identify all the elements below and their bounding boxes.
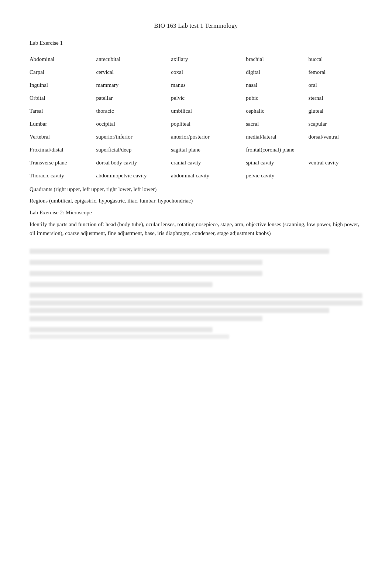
table-cell: Proximal/distal bbox=[30, 143, 96, 156]
table-cell: sternal bbox=[308, 92, 362, 105]
table-cell: spinal cavity bbox=[246, 156, 308, 169]
table-row: Vertebralsuperior/inferioranterior/poste… bbox=[30, 130, 362, 143]
table-cell: patellar bbox=[96, 92, 171, 105]
table-cell: Abdominal bbox=[30, 53, 96, 66]
table-row: Orbitalpatellarpelvicpubicsternal bbox=[30, 92, 362, 105]
table-cell: sacral bbox=[246, 118, 308, 130]
table-cell: mammary bbox=[96, 79, 171, 92]
table-row: Proximal/distalsuperficial/deepsagittal … bbox=[30, 143, 362, 156]
table-cell: oral bbox=[308, 79, 362, 92]
regions-note: Regions (umbilical, epigastric, hypogast… bbox=[30, 197, 362, 205]
lab2-label: Lab Exercise 2: Microscope bbox=[30, 208, 362, 217]
table-cell: sagittal plane bbox=[171, 143, 246, 156]
table-cell: ventral cavity bbox=[308, 156, 362, 169]
table-cell: Thoracic cavity bbox=[30, 169, 96, 182]
table-cell: axillary bbox=[171, 53, 246, 66]
table-row: Carpalcervicalcoxaldigitalfemoral bbox=[30, 66, 362, 79]
table-cell: frontal(coronal) plane bbox=[246, 143, 308, 156]
blurred-content bbox=[30, 249, 362, 339]
table-cell: superficial/deep bbox=[96, 143, 171, 156]
table-cell: manus bbox=[171, 79, 246, 92]
table-cell: buccal bbox=[308, 53, 362, 66]
table-cell: dorsal/ventral bbox=[308, 130, 362, 143]
table-cell bbox=[308, 169, 362, 182]
table-cell: thoracic bbox=[96, 105, 171, 118]
table-cell: pelvic bbox=[171, 92, 246, 105]
table-cell: Carpal bbox=[30, 66, 96, 79]
terminology-table: Abdominalantecubitalaxillarybrachialbucc… bbox=[30, 53, 362, 182]
table-cell: nasal bbox=[246, 79, 308, 92]
table-row: Tarsalthoracicumbilicalcephalicgluteal bbox=[30, 105, 362, 118]
table-cell bbox=[308, 143, 362, 156]
table-cell: cephalic bbox=[246, 105, 308, 118]
table-cell: Lumbar bbox=[30, 118, 96, 130]
table-cell: antecubital bbox=[96, 53, 171, 66]
table-cell: medial/lateral bbox=[246, 130, 308, 143]
table-cell: femoral bbox=[308, 66, 362, 79]
table-cell: umbilical bbox=[171, 105, 246, 118]
table-row: Abdominalantecubitalaxillarybrachialbucc… bbox=[30, 53, 362, 66]
table-row: Thoracic cavityabdominopelvic cavityabdo… bbox=[30, 169, 362, 182]
table-cell: abdominal cavity bbox=[171, 169, 246, 182]
table-row: Transverse planedorsal body cavitycrania… bbox=[30, 156, 362, 169]
table-cell: pubic bbox=[246, 92, 308, 105]
table-cell: pelvic cavity bbox=[246, 169, 308, 182]
section1-label: Lab Exercise 1 bbox=[30, 40, 362, 46]
table-cell: coxal bbox=[171, 66, 246, 79]
table-cell: Tarsal bbox=[30, 105, 96, 118]
table-row: Lumbaroccipitalpoplitealsacralscapular bbox=[30, 118, 362, 130]
quadrants-note: Quadrants (right upper, left upper, righ… bbox=[30, 185, 362, 194]
table-cell: cervical bbox=[96, 66, 171, 79]
table-cell: scapular bbox=[308, 118, 362, 130]
table-cell: dorsal body cavity bbox=[96, 156, 171, 169]
table-cell: gluteal bbox=[308, 105, 362, 118]
table-cell: digital bbox=[246, 66, 308, 79]
table-cell: Orbital bbox=[30, 92, 96, 105]
table-cell: Vertebral bbox=[30, 130, 96, 143]
table-cell: Transverse plane bbox=[30, 156, 96, 169]
table-cell: Inguinal bbox=[30, 79, 96, 92]
microscope-note: Identify the parts and function of: head… bbox=[30, 220, 362, 238]
table-cell: cranial cavity bbox=[171, 156, 246, 169]
table-cell: abdominopelvic cavity bbox=[96, 169, 171, 182]
table-row: Inguinalmammarymanusnasaloral bbox=[30, 79, 362, 92]
page-title: BIO 163 Lab test 1 Terminology bbox=[30, 22, 362, 30]
table-cell: popliteal bbox=[171, 118, 246, 130]
table-cell: superior/inferior bbox=[96, 130, 171, 143]
table-cell: brachial bbox=[246, 53, 308, 66]
table-cell: anterior/posterior bbox=[171, 130, 246, 143]
table-cell: occipital bbox=[96, 118, 171, 130]
